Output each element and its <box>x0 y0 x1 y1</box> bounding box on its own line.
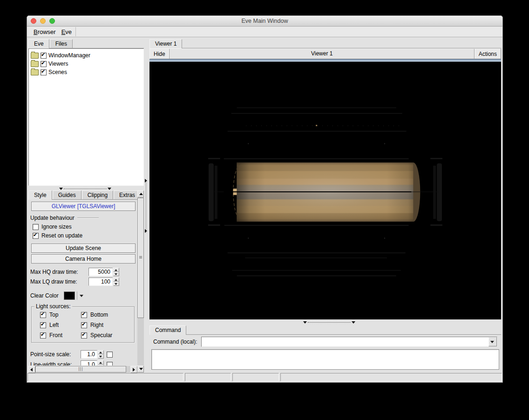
viewer-title: Viewer 1 <box>170 49 475 59</box>
panel-splitter[interactable] <box>144 39 148 373</box>
splitter-arrow-icon <box>303 321 307 324</box>
splitter-arrow-icon <box>145 179 147 183</box>
spin-down-button[interactable] <box>113 272 119 276</box>
traffic-lights <box>31 18 55 24</box>
editor-vertical-scrollbar[interactable] <box>137 190 144 373</box>
scenes-checkbox[interactable] <box>41 69 47 75</box>
tree-editor-splitter[interactable] <box>28 186 144 190</box>
tree-item-scenes[interactable]: Scenes <box>31 68 142 76</box>
max-hq-row: Max HQ draw time: 5000 <box>30 268 136 276</box>
light-bottom-checkbox[interactable] <box>81 312 87 318</box>
viewport-command-splitter[interactable] <box>149 319 501 324</box>
light-right-checkbox[interactable] <box>81 322 87 328</box>
spin-down-button[interactable] <box>98 354 104 359</box>
tab-style[interactable]: Style <box>28 190 52 200</box>
command-tab-bar: Command <box>149 324 501 335</box>
menu-bar: Browser Eve <box>27 27 502 37</box>
tree-item-label[interactable]: Viewers <box>48 61 68 67</box>
viewer-panel: Viewer 1 Hide Viewer 1 Actions <box>148 39 502 373</box>
command-input[interactable] <box>202 337 488 346</box>
spin-down-button[interactable] <box>113 282 119 286</box>
title-bar[interactable]: Eve Main Window <box>27 16 502 27</box>
eve-tree-view[interactable]: WindowManager Viewers Scenes <box>28 48 144 186</box>
splitter-arrow-icon <box>108 188 111 190</box>
glviewer-link-button[interactable]: GLViewer [TGLSAViewer] <box>31 202 136 211</box>
camera-home-button[interactable]: Camera Home <box>31 254 136 264</box>
max-lq-value[interactable]: 100 <box>88 278 113 286</box>
scroll-left-button[interactable] <box>28 366 35 373</box>
line-width-spinner: 1.0 <box>81 360 104 366</box>
folder-icon <box>31 69 39 75</box>
close-window-button[interactable] <box>31 18 36 24</box>
minimize-window-button[interactable] <box>40 18 46 24</box>
point-size-label: Point-size scale: <box>30 351 81 358</box>
light-front-checkbox[interactable] <box>40 332 46 339</box>
max-hq-value[interactable]: 5000 <box>88 268 113 276</box>
spin-up-button[interactable] <box>113 278 119 282</box>
gl-viewport[interactable] <box>149 62 501 319</box>
line-width-row: Line-width scale: 1.0 <box>30 360 136 366</box>
zoom-window-button[interactable] <box>49 18 55 24</box>
ignore-sizes-checkbox[interactable] <box>33 224 39 230</box>
actions-button[interactable]: Actions <box>475 49 501 59</box>
spin-down-button[interactable] <box>98 365 104 366</box>
reset-on-update-row: Reset on update <box>30 232 136 239</box>
scrollbar-thumb[interactable] <box>137 198 144 318</box>
tree-item-windowmanager[interactable]: WindowManager <box>31 51 142 60</box>
spin-up-button[interactable] <box>98 360 104 365</box>
update-scene-button[interactable]: Update Scene <box>31 244 136 253</box>
point-size-checkbox[interactable] <box>107 352 113 358</box>
scroll-down-button[interactable] <box>137 366 144 373</box>
clear-color-row: Clear Color <box>30 291 136 300</box>
ignore-sizes-row: Ignore sizes <box>30 224 136 230</box>
reset-on-update-label[interactable]: Reset on update <box>41 232 82 239</box>
left-panel: Eve Files WindowManager Viewers Scen <box>27 39 144 373</box>
tab-eve[interactable]: Eve <box>28 39 49 48</box>
line-width-checkbox[interactable] <box>107 362 113 366</box>
command-row: Command (local): <box>149 335 501 349</box>
folder-icon <box>31 61 39 67</box>
eve-main-window: Eve Main Window Browser Eve Eve Files Wi… <box>27 15 503 383</box>
command-combobox[interactable] <box>201 337 497 347</box>
folder-icon <box>31 53 39 59</box>
light-specular-checkbox[interactable] <box>81 332 87 339</box>
max-lq-label: Max LQ draw time: <box>30 278 88 285</box>
tab-files[interactable]: Files <box>50 39 73 48</box>
tree-item-viewers[interactable]: Viewers <box>31 60 142 68</box>
scroll-up-button[interactable] <box>137 190 144 197</box>
point-size-value[interactable]: 1.0 <box>81 350 97 359</box>
tab-guides[interactable]: Guides <box>53 190 81 199</box>
ignore-sizes-label[interactable]: Ignore sizes <box>41 224 72 230</box>
menu-browser[interactable]: Browser <box>31 27 59 36</box>
hide-button[interactable]: Hide <box>150 49 170 59</box>
scrollbar-track[interactable] <box>35 366 130 373</box>
tab-extras[interactable]: Extras <box>114 190 141 199</box>
windowmanager-checkbox[interactable] <box>41 53 47 59</box>
line-width-value[interactable]: 1.0 <box>81 360 97 366</box>
tab-viewer-1[interactable]: Viewer 1 <box>149 39 182 48</box>
color-dropdown-arrow-icon[interactable] <box>80 295 83 297</box>
viewer-tab-bar: Viewer 1 <box>149 39 501 48</box>
tab-command[interactable]: Command <box>149 325 186 335</box>
spin-up-button[interactable] <box>98 350 104 354</box>
max-hq-spinner: 5000 <box>88 268 119 276</box>
viewers-checkbox[interactable] <box>41 61 47 67</box>
reset-on-update-checkbox[interactable] <box>33 233 39 239</box>
command-output[interactable] <box>151 349 499 370</box>
menu-eve[interactable]: Eve <box>59 27 75 36</box>
editor-horizontal-scrollbar[interactable] <box>28 366 137 373</box>
combo-dropdown-button[interactable] <box>488 337 497 346</box>
tree-item-label[interactable]: Scenes <box>48 69 67 75</box>
clear-color-label: Clear Color <box>30 292 64 299</box>
scroll-right-button[interactable] <box>130 366 137 373</box>
light-top-checkbox[interactable] <box>40 312 46 318</box>
spin-up-button[interactable] <box>113 268 119 272</box>
light-left-checkbox[interactable] <box>40 322 46 328</box>
tab-clipping[interactable]: Clipping <box>82 190 113 199</box>
clear-color-swatch[interactable] <box>64 291 75 300</box>
tree-item-label[interactable]: WindowManager <box>48 52 90 59</box>
main-area: Eve Files WindowManager Viewers Scen <box>27 37 502 373</box>
status-section <box>280 373 502 381</box>
scrollbar-thumb[interactable] <box>35 366 126 373</box>
max-lq-spinner: 100 <box>88 278 119 286</box>
